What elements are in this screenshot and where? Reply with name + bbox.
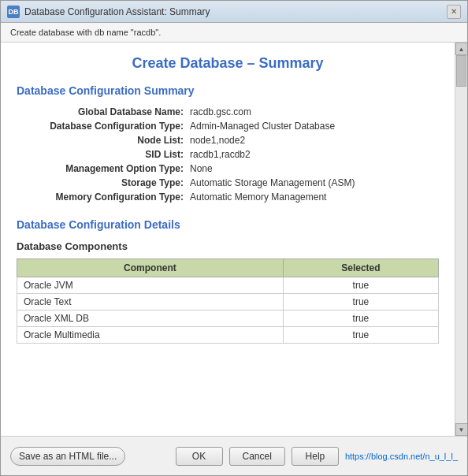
component-name-3: Oracle XML DB	[17, 311, 284, 327]
section1-title: Database Configuration Summary	[17, 84, 439, 97]
config-value-4: racdb1,racdb2	[190, 149, 251, 160]
config-row-2: Database Configuration Type: Admin-Manag…	[17, 121, 439, 132]
config-row-7: Memory Configuration Type: Automatic Mem…	[17, 192, 439, 203]
component-selected-2: true	[283, 294, 438, 311]
page-title: Create Database – Summary	[17, 55, 439, 72]
table-row: Oracle Text true	[17, 294, 439, 311]
close-button[interactable]: ✕	[447, 5, 461, 19]
table-row: Oracle Multimedia true	[17, 327, 439, 344]
component-selected-4: true	[283, 327, 438, 344]
scrollable-content: Create Database – Summary Database Confi…	[1, 43, 455, 436]
config-label-1: Global Database Name:	[17, 106, 190, 117]
main-window: DB Database Configuration Assistant: Sum…	[0, 0, 468, 476]
help-button[interactable]: Help	[292, 447, 339, 466]
scroll-down-arrow[interactable]: ▼	[455, 423, 468, 436]
config-label-7: Memory Configuration Type:	[17, 192, 190, 203]
ok-button[interactable]: OK	[176, 447, 223, 466]
cancel-button[interactable]: Cancel	[229, 447, 285, 466]
config-row-6: Storage Type: Automatic Storage Manageme…	[17, 177, 439, 188]
component-selected-3: true	[283, 311, 438, 327]
table-row: Oracle XML DB true	[17, 311, 439, 327]
components-table: Component Selected Oracle JVM true Oracl…	[17, 258, 439, 344]
component-name-1: Oracle JVM	[17, 277, 284, 294]
config-row-5: Management Option Type: None	[17, 163, 439, 174]
config-label-4: SID List:	[17, 149, 190, 160]
component-name-4: Oracle Multimedia	[17, 327, 284, 344]
config-label-3: Node List:	[17, 135, 190, 146]
config-value-2: Admin-Managed Cluster Database	[190, 121, 335, 132]
config-table: Global Database Name: racdb.gsc.com Data…	[17, 106, 439, 203]
title-bar: DB Database Configuration Assistant: Sum…	[1, 1, 467, 23]
app-icon-label: DB	[9, 8, 19, 16]
config-row-1: Global Database Name: racdb.gsc.com	[17, 106, 439, 117]
app-icon: DB	[7, 6, 20, 18]
bottom-bar: Save as an HTML file... OK Cancel Help h…	[1, 436, 467, 475]
config-row-3: Node List: node1,node2	[17, 135, 439, 146]
table-row: Oracle JVM true	[17, 277, 439, 294]
config-value-3: node1,node2	[190, 135, 245, 146]
title-bar-left: DB Database Configuration Assistant: Sum…	[7, 6, 210, 18]
window-title: Database Configuration Assistant: Summar…	[24, 6, 210, 17]
config-value-6: Automatic Storage Management (ASM)	[190, 177, 355, 188]
save-html-button[interactable]: Save as an HTML file...	[10, 447, 125, 466]
col-header-component: Component	[17, 259, 284, 277]
section2-title: Database Configuration Details	[17, 218, 439, 231]
col-header-selected: Selected	[283, 259, 438, 277]
config-value-7: Automatic Memory Management	[190, 192, 326, 203]
scrollbar-track[interactable]	[455, 55, 467, 423]
config-label-5: Management Option Type:	[17, 163, 190, 174]
main-buttons: OK Cancel Help https://blog.csdn.net/n_u…	[176, 447, 458, 466]
scrollbar-thumb[interactable]	[456, 55, 466, 87]
config-value-1: racdb.gsc.com	[190, 106, 251, 117]
external-link[interactable]: https://blog.csdn.net/n_u_l_l_	[345, 452, 458, 461]
config-label-2: Database Configuration Type:	[17, 121, 190, 132]
subsection-title: Database Components	[17, 240, 439, 252]
subtitle-text: Create database with db name "racdb".	[10, 28, 161, 37]
save-html-area: Save as an HTML file...	[10, 447, 125, 466]
scrollbar[interactable]: ▲ ▼	[455, 43, 467, 436]
component-name-2: Oracle Text	[17, 294, 284, 311]
subtitle-bar: Create database with db name "racdb".	[1, 23, 467, 43]
scroll-up-arrow[interactable]: ▲	[455, 43, 468, 55]
config-value-5: None	[190, 163, 213, 174]
config-row-4: SID List: racdb1,racdb2	[17, 149, 439, 160]
content-area: Create Database – Summary Database Confi…	[1, 43, 467, 436]
component-selected-1: true	[283, 277, 438, 294]
config-label-6: Storage Type:	[17, 177, 190, 188]
